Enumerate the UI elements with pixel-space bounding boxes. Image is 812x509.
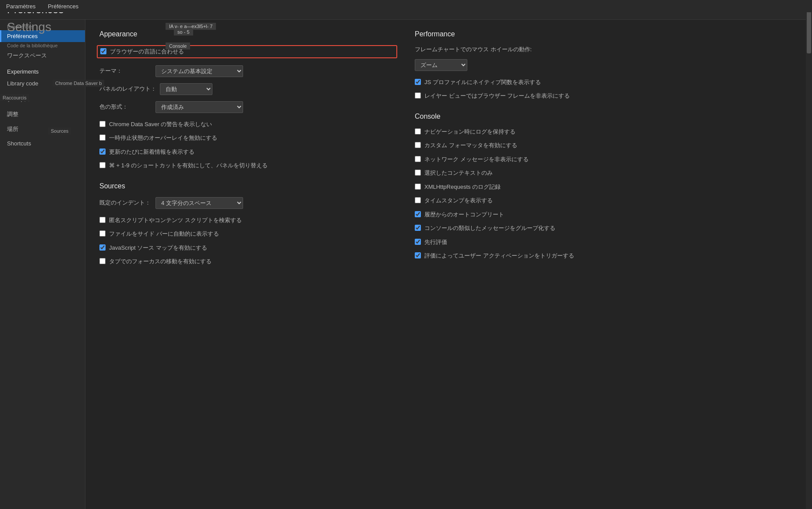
sidebar-group-experiments: Experiments [0, 66, 85, 78]
panel-layout-select[interactable]: 自動 水平 垂直 [160, 83, 212, 95]
selected-context-row: 選択したコンテキストのみ [415, 169, 713, 177]
custom-formatters-row: カスタム フォーマッタを有効にする [415, 141, 713, 150]
layer-browser-frames-checkbox[interactable] [415, 92, 421, 99]
floating-raccourcis: Raccourcis [0, 94, 29, 101]
xmlhttprequests-log-row: XMLHttpRequests のログ記録 [415, 183, 713, 191]
eager-eval-label: 先行評価 [424, 238, 447, 247]
floating-so-label: so - 5 [174, 28, 193, 35]
tab-focus-checkbox[interactable] [99, 258, 106, 264]
preserve-log-checkbox[interactable] [415, 128, 421, 134]
eager-eval-checkbox[interactable] [415, 239, 421, 245]
autocomplete-history-checkbox[interactable] [415, 211, 421, 217]
flamechart-select[interactable]: ズーム スクロール [415, 59, 467, 71]
xmlhttprequests-log-checkbox[interactable] [415, 184, 421, 190]
show-updates-label: 更新のたびに新着情報を表示する [109, 148, 194, 156]
js-profile-native-label: JS プロファイルにネイティブ関数を表示する [424, 78, 541, 87]
cmd-shortcuts-checkbox[interactable] [99, 162, 106, 168]
auto-show-files-label: ファイルをサイド バーに自動的に表示する [109, 230, 219, 238]
auto-show-files-checkbox[interactable] [99, 230, 106, 237]
hide-network-row: ネットワーク メッセージを非表示にする [415, 155, 713, 164]
flamechart-label-container: フレームチャートでのマウス ホイールの動作: [415, 45, 713, 54]
group-similar-row: コンソールの類似したメッセージをグループ化する [415, 224, 713, 233]
sources-section: Sources 既定のインデント： 2 文字分のスペース 4 文字分のスペース … [99, 182, 397, 266]
console-section: Console ナビゲーション時にログを保持する カスタム フォーマッタを有効に… [415, 113, 713, 260]
chrome-data-saver-label: Chrome Data Saver の警告を表示しない [109, 120, 212, 129]
autocomplete-history-label: 履歴からのオートコンプリート [424, 210, 504, 219]
user-activation-label: 評価によってユーザー アクティベーションをトリガーする [424, 251, 574, 260]
show-timestamps-row: タイムスタンプを表示する [415, 196, 713, 205]
selected-context-checkbox[interactable] [415, 170, 421, 176]
auto-show-files-row: ファイルをサイド バーに自動的に表示する [99, 230, 397, 238]
layer-browser-frames-row: レイヤー ビューではブラウザー フレームを非表示にする [415, 92, 713, 100]
chrome-data-saver-row: Chrome Data Saver の警告を表示しない [99, 120, 397, 129]
sidebar-code-biblio: Code de la bibliothèque [0, 42, 85, 49]
match-browser-language-checkbox[interactable] [100, 48, 106, 54]
default-indent-label: 既定のインデント： [99, 199, 152, 207]
user-activation-checkbox[interactable] [415, 252, 421, 258]
floating-sources: Sources [48, 127, 71, 134]
menu-preferences[interactable]: Préférences [45, 2, 81, 11]
js-source-maps-checkbox[interactable] [99, 244, 106, 251]
right-column: Performance フレームチャートでのマウス ホイールの動作: ズーム ス… [415, 30, 713, 271]
hide-network-label: ネットワーク メッセージを非表示にする [424, 155, 529, 164]
anon-scripts-label: 匿名スクリプトやコンテンツ スクリプトを検索する [109, 216, 242, 225]
js-profile-native-row: JS プロファイルにネイティブ関数を表示する [415, 78, 713, 87]
panel-layout-label: パネルのレイアウト： [99, 85, 156, 93]
show-timestamps-checkbox[interactable] [415, 197, 421, 203]
theme-select[interactable]: システムの基本設定 ライト ダーク [155, 65, 243, 77]
preserve-log-row: ナビゲーション時にログを保持する [415, 127, 713, 136]
sidebar-item-adjustment[interactable]: 調整 [0, 108, 85, 121]
theme-row: テーマ： システムの基本設定 ライト ダーク [99, 65, 397, 77]
main-scrollbar[interactable] [806, 20, 812, 509]
sidebar-item-workspace[interactable]: ワークスペース [0, 49, 85, 62]
left-column: Appearance ブラウザーの言語に合わせる テーマ： システムの基本設定 … [99, 30, 397, 271]
chrome-data-saver-checkbox[interactable] [99, 121, 106, 127]
custom-formatters-checkbox[interactable] [415, 142, 421, 148]
match-browser-language-row: ブラウザーの言語に合わせる [97, 45, 397, 58]
color-format-row: 色の形式： 作成済み hex rgb hsl [99, 101, 397, 113]
layer-browser-frames-label: レイヤー ビューではブラウザー フレームを非表示にする [424, 92, 570, 100]
custom-formatters-label: カスタム フォーマッタを有効にする [424, 141, 517, 150]
appearance-section: Appearance ブラウザーの言語に合わせる テーマ： システムの基本設定 … [99, 30, 397, 170]
flamechart-select-container: ズーム スクロール [415, 59, 713, 71]
menu-parametres[interactable]: Paramètres [4, 2, 38, 11]
xmlhttprequests-log-label: XMLHttpRequests のログ記録 [424, 183, 501, 191]
performance-title: Performance [415, 30, 713, 38]
scrollbar-thumb[interactable] [807, 20, 811, 53]
tab-focus-row: タブでのフォーカスの移動を有効にする [99, 257, 397, 266]
hide-network-checkbox[interactable] [415, 156, 421, 162]
show-timestamps-label: タイムスタンプを表示する [424, 196, 493, 205]
color-format-select[interactable]: 作成済み hex rgb hsl [155, 101, 243, 113]
group-similar-checkbox[interactable] [415, 225, 421, 231]
user-activation-row: 評価によってユーザー アクティベーションをトリガーする [415, 251, 713, 260]
selected-context-label: 選択したコンテキストのみ [424, 169, 493, 177]
js-profile-native-checkbox[interactable] [415, 79, 421, 85]
floating-chrome-saver: Chrome Data Saver b [53, 80, 104, 87]
anon-scripts-row: 匿名スクリプトやコンテンツ スクリプトを検索する [99, 216, 397, 225]
appearance-title: Appearance [99, 30, 397, 38]
sources-title: Sources [99, 182, 397, 190]
sidebar-item-location[interactable]: 場所 [0, 123, 85, 136]
default-indent-row: 既定のインデント： 2 文字分のスペース 4 文字分のスペース タブ [99, 197, 397, 209]
pause-overlay-checkbox[interactable] [99, 134, 106, 141]
show-updates-checkbox[interactable] [99, 148, 106, 155]
js-source-maps-label: JavaScript ソース マップを有効にする [109, 244, 207, 252]
autocomplete-history-row: 履歴からのオートコンプリート [415, 210, 713, 219]
settings-content: Appearance ブラウザーの言語に合わせる テーマ： システムの基本設定 … [99, 30, 713, 271]
anon-scripts-checkbox[interactable] [99, 217, 106, 223]
default-indent-select[interactable]: 2 文字分のスペース 4 文字分のスペース タブ [155, 197, 243, 209]
settings-body: Expériences Préférences Code de la bibli… [0, 20, 812, 509]
eager-eval-row: 先行評価 [415, 238, 713, 247]
pause-overlay-label: 一時停止状態のオーバーレイを無効にする [109, 134, 217, 142]
performance-section: Performance フレームチャートでのマウス ホイールの動作: ズーム ス… [415, 30, 713, 100]
sidebar-item-shortcuts[interactable]: Shortcuts [0, 138, 85, 149]
group-similar-label: コンソールの類似したメッセージをグループ化する [424, 224, 555, 233]
flamechart-label: フレームチャートでのマウス ホイールの動作: [415, 46, 532, 53]
settings-overlay: Settings Preferences Performances × Expé… [0, 0, 812, 509]
tab-focus-label: タブでのフォーカスの移動を有効にする [109, 257, 212, 266]
cmd-shortcuts-label: ⌘ + 1-9 のショートカットを有効にして、パネルを切り替える [109, 161, 268, 170]
floating-console-label: Console [166, 42, 190, 49]
show-updates-row: 更新のたびに新着情報を表示する [99, 148, 397, 156]
preserve-log-label: ナビゲーション時にログを保持する [424, 127, 515, 136]
settings-background-title: Settings [7, 20, 51, 34]
